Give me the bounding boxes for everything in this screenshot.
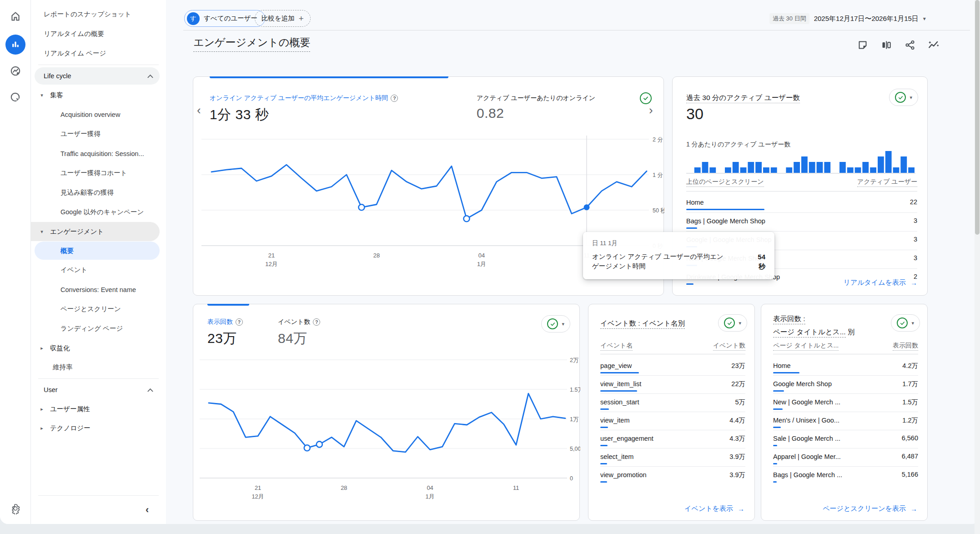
sidebar-item-realtime-pages[interactable]: リアルタイム ページ — [31, 44, 166, 63]
compare-reports-icon[interactable] — [880, 39, 892, 51]
table-row[interactable]: Home4.2万 — [773, 358, 918, 376]
sidebar-item-label: Google 以外のキャンペーン — [60, 208, 144, 217]
table-row[interactable]: select_item3.9万 — [600, 448, 745, 467]
svg-text:1万: 1万 — [570, 416, 578, 423]
sidebar-item-user-acquisition[interactable]: ユーザー獲得 — [31, 124, 166, 144]
date-range-picker[interactable]: 過去 30 日間 2025年12月17日〜2026年1月15日 ▾ — [769, 13, 926, 24]
section-life-cycle[interactable]: Life cycle — [35, 67, 160, 85]
group-label: ユーザー属性 — [50, 405, 90, 413]
advertising-icon[interactable] — [5, 87, 25, 107]
sidebar-item-events[interactable]: イベント — [31, 260, 166, 280]
tooltip-date: 日 11 1月 — [592, 239, 765, 247]
explore-icon[interactable] — [5, 61, 25, 81]
column-header[interactable]: 上位のページとスクリーン — [686, 178, 764, 187]
segment-chip-label: すべてのユーザー — [204, 14, 257, 23]
sidebar-group-user-attributes[interactable]: ▸ ユーザー属性 — [31, 399, 166, 418]
table-row[interactable]: view_item_list22万 — [600, 376, 745, 394]
scrollbar-thumb[interactable] — [975, 0, 980, 235]
sidebar-item-label: ページとスクリーン — [60, 305, 121, 313]
group-label: 集客 — [50, 91, 63, 100]
svg-text:2 分 30 秒: 2 分 30 秒 — [653, 136, 664, 143]
table-row[interactable]: Bags | Google Merch Shop 3 — [686, 213, 917, 232]
sidebar-item-pages-screens[interactable]: ページとスクリーン — [31, 299, 166, 319]
column-header[interactable]: 表示回数 — [893, 342, 918, 350]
svg-text:041月: 041月 — [426, 484, 435, 500]
data-quality-dropdown[interactable]: ▾ — [891, 314, 920, 332]
settings-gear-icon[interactable] — [5, 499, 25, 519]
table-row[interactable]: user_engagement4.3万 — [600, 430, 745, 448]
sidebar-item-retention[interactable]: 維持率 — [31, 358, 166, 377]
section-label: Life cycle — [44, 72, 71, 80]
pages-card-title[interactable]: 表示回数 : ページ タイトルとス... 別 — [773, 312, 854, 338]
data-quality-dropdown[interactable]: ▾ — [718, 314, 747, 332]
events-card-title[interactable]: イベント数 : イベント名別 — [600, 319, 685, 329]
sidebar-group-acquisition[interactable]: ▾ 集客 — [31, 86, 166, 105]
reports-icon[interactable] — [5, 35, 25, 55]
share-icon[interactable] — [904, 39, 916, 51]
sidebar-item-label: ユーザー獲得 — [60, 130, 101, 138]
section-user[interactable]: User — [35, 381, 160, 398]
sidebar-item-realtime-overview[interactable]: リアルタイムの概要 — [31, 24, 166, 44]
realtime-table-header: 上位のページとスクリーン アクティブ ユーザー — [686, 178, 917, 191]
table-row[interactable]: Google Merch Shop1.7万 — [773, 376, 918, 394]
caret-down-icon: ▾ — [739, 320, 741, 326]
view-pages-screens-link[interactable]: ページとスクリーンを表示 → — [823, 504, 917, 513]
group-label: エンゲージメント — [50, 227, 104, 236]
caret-down-icon: ▾ — [911, 320, 914, 326]
sidebar-item-conversions[interactable]: Conversions: Event name — [31, 280, 166, 299]
sidebar-item-traffic-acquisition[interactable]: Traffic acquisition: Session... — [31, 144, 166, 163]
sidebar-item-lead-acquisition[interactable]: 見込み顧客の獲得 — [31, 183, 166, 202]
sidebar-item-engagement-overview-selected[interactable]: 概要 — [35, 242, 160, 260]
sidebar-item-label: レポートのスナップショット — [44, 10, 131, 19]
divider — [38, 378, 159, 379]
table-row[interactable]: Bags | Google Merch ...5,166 — [773, 467, 918, 484]
svg-text:041月: 041月 — [477, 252, 486, 267]
sidebar-group-engagement[interactable]: ▾ エンゲージメント — [31, 222, 160, 241]
add-comparison-chip[interactable]: 比較を追加 + — [255, 10, 311, 27]
events-by-name-card: イベント数 : イベント名別 ▾ イベント名 イベント数 page_view23… — [588, 304, 755, 521]
sidebar-item-non-google-campaigns[interactable]: Google 以外のキャンペーン — [31, 202, 166, 222]
table-row[interactable]: page_view23万 — [600, 358, 745, 376]
table-row[interactable]: Men's / Unisex | Goo...1.2万 — [773, 412, 918, 430]
sidebar-item-acquisition-overview[interactable]: Acquisition overview — [31, 105, 166, 124]
sidebar-item-report-snapshot[interactable]: レポートのスナップショット — [31, 5, 166, 24]
sidebar-item-label: イベント — [60, 266, 87, 274]
insights-icon[interactable] — [928, 39, 940, 51]
table-row[interactable]: view_item4.4万 — [600, 412, 745, 430]
column-header[interactable]: ページ タイトルとス... — [773, 342, 839, 350]
tooltip-metric-label: オンライン アクティブ ユーザーの平均エンゲージメント時間 — [592, 252, 729, 271]
table-row[interactable]: Sale | Google Merch ...6,560 — [773, 430, 918, 448]
svg-text:0: 0 — [570, 475, 573, 482]
arrow-right-icon: → — [910, 505, 917, 513]
row-bar — [686, 283, 694, 285]
column-header[interactable]: イベント数 — [713, 342, 745, 350]
table-row[interactable]: Apparel | Google Mer...6,487 — [773, 448, 918, 467]
events-table: page_view23万 view_item_list22万 session_s… — [600, 358, 745, 484]
table-row[interactable]: view_promotion3.9万 — [600, 467, 745, 484]
home-icon[interactable] — [5, 6, 25, 26]
svg-text:2万: 2万 — [570, 357, 578, 363]
views-line-chart[interactable]: 2万1.5万1万5,00002112月28041月11 — [193, 304, 580, 521]
page-scrollbar[interactable] — [975, 0, 980, 534]
sidebar-item-user-acquisition-cohorts[interactable]: ユーザー獲得コホート — [31, 163, 166, 183]
group-label: テクノロジー — [50, 424, 90, 433]
notes-icon[interactable] — [857, 39, 869, 51]
views-by-page-card: 表示回数 : ページ タイトルとス... 別 ▾ ページ タイトルとス... 表… — [761, 304, 928, 521]
all-users-segment-chip[interactable]: す すべてのユーザー — [184, 10, 265, 27]
group-label: 収益化 — [50, 344, 70, 353]
table-row[interactable]: session_start5万 — [600, 394, 745, 412]
sidebar-group-tech[interactable]: ▸ テクノロジー — [31, 418, 166, 438]
svg-text:50 秒: 50 秒 — [653, 207, 664, 214]
table-row[interactable]: Home 22 — [686, 194, 917, 213]
sidebar-group-monetization[interactable]: ▸ 収益化 — [31, 338, 166, 358]
sidebar-item-landing-page[interactable]: ランディング ページ — [31, 319, 166, 338]
collapse-sidebar-chevron[interactable]: ‹ — [146, 504, 149, 516]
divider — [38, 65, 159, 65]
caret-right-icon: ▸ — [39, 425, 45, 431]
column-header[interactable]: イベント名 — [600, 342, 633, 350]
view-realtime-link[interactable]: リアルタイムを表示 → — [844, 278, 917, 287]
column-header[interactable]: アクティブ ユーザー — [857, 178, 917, 187]
arrow-right-icon: → — [910, 279, 917, 287]
table-row[interactable]: New | Google Merch ...1.5万 — [773, 394, 918, 412]
view-events-link[interactable]: イベントを表示 → — [684, 504, 744, 513]
